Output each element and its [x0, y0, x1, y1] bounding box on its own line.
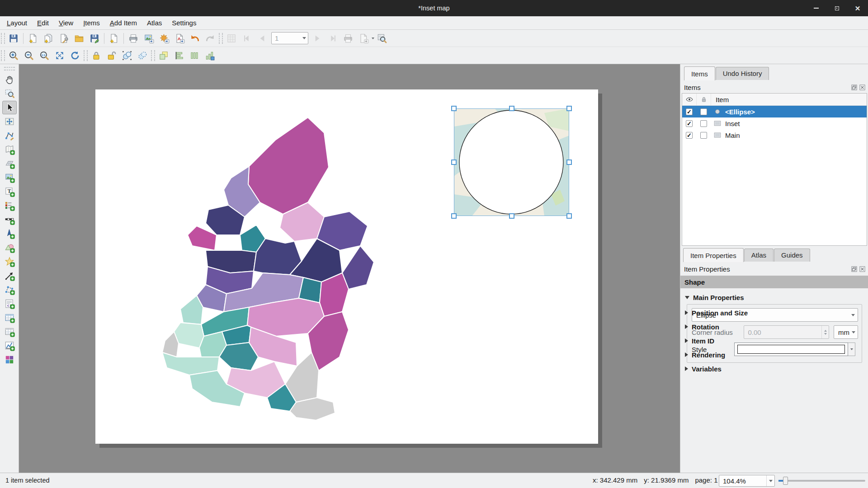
raise-selected-items-button[interactable]	[156, 48, 171, 63]
toolbar-drag-handle[interactable]	[4, 67, 15, 70]
section-rendering[interactable]: Rendering	[685, 349, 866, 361]
undo-button[interactable]	[187, 31, 203, 46]
zoom-level-combo[interactable]: 104.4%	[719, 475, 775, 487]
group-items-button[interactable]	[119, 48, 135, 63]
add-node-item-tool[interactable]	[2, 283, 17, 296]
add-html-tool[interactable]	[2, 297, 17, 310]
export-as-pdf-button[interactable]: A	[172, 31, 187, 46]
add-label-tool[interactable]: T	[2, 185, 17, 198]
export-as-image-button[interactable]	[141, 31, 156, 46]
add-north-arrow-tool[interactable]	[2, 227, 17, 240]
print-atlas-button[interactable]	[340, 31, 356, 46]
section-variables[interactable]: Variables	[685, 363, 866, 375]
resize-handle[interactable]	[451, 106, 457, 111]
save-project-button[interactable]	[6, 31, 21, 46]
zoom-in-button[interactable]	[6, 48, 21, 63]
main-properties-collapser[interactable]: Main Properties	[685, 291, 866, 303]
toolbar-drag-handle[interactable]	[84, 50, 88, 61]
item-row-main[interactable]: ✓Main	[682, 129, 867, 141]
lock-selected-items-button[interactable]	[89, 48, 104, 63]
atlas-previous-feature-button[interactable]	[255, 31, 270, 46]
refresh-view-button[interactable]	[67, 48, 83, 63]
tab-atlas[interactable]: Atlas	[744, 249, 774, 262]
resize-handle[interactable]	[451, 160, 457, 165]
tab-items[interactable]: Items	[684, 66, 715, 80]
add-shape-tool[interactable]	[2, 241, 17, 254]
resize-handle[interactable]	[566, 106, 572, 111]
resize-handle[interactable]	[566, 213, 572, 219]
export-as-svg-button[interactable]	[156, 31, 172, 46]
add-arrow-tool[interactable]	[2, 269, 17, 282]
lock-checkbox[interactable]	[700, 132, 707, 139]
ungroup-items-button[interactable]	[135, 48, 150, 63]
menu-edit[interactable]: Edit	[32, 18, 54, 28]
add-attribute-table-tool[interactable]	[2, 311, 17, 324]
minimize-button[interactable]	[806, 0, 826, 16]
close-panel-button[interactable]	[859, 266, 866, 272]
lock-checkbox[interactable]	[700, 120, 707, 127]
menu-items[interactable]: Items	[78, 18, 105, 28]
add-scalebar-tool[interactable]	[2, 213, 17, 226]
align-selected-items-button[interactable]	[171, 48, 187, 63]
select-move-item-tool[interactable]	[2, 101, 17, 114]
resize-handle[interactable]	[451, 213, 457, 219]
pan-layout-tool[interactable]	[2, 73, 17, 86]
section-position-and-size[interactable]: Position and Size	[685, 307, 866, 319]
new-layout-button[interactable]	[25, 31, 41, 46]
visibility-checkbox[interactable]: ✓	[686, 120, 693, 127]
add-marker-tool[interactable]	[2, 255, 17, 268]
menu-settings[interactable]: Settings	[167, 18, 201, 28]
resize-handle[interactable]	[566, 160, 572, 165]
add-legend-tool[interactable]	[2, 199, 17, 212]
zoom-slider-handle[interactable]	[783, 477, 788, 485]
menu-atlas[interactable]: Atlas	[142, 18, 167, 28]
zoom-out-button[interactable]	[21, 48, 37, 63]
atlas-last-feature-button[interactable]	[325, 31, 340, 46]
menu-add-item[interactable]: Add Item	[105, 18, 142, 28]
edit-nodes-item-tool[interactable]	[2, 129, 17, 142]
zoom-tool[interactable]	[2, 87, 17, 100]
move-item-content-tool[interactable]	[2, 115, 17, 128]
tab-guides[interactable]: Guides	[774, 249, 810, 262]
add-color-grid-tool[interactable]	[2, 353, 17, 366]
menu-view[interactable]: View	[54, 18, 78, 28]
maximize-button[interactable]	[826, 0, 847, 16]
atlas-next-feature-button[interactable]	[310, 31, 325, 46]
export-atlas-button[interactable]	[356, 31, 371, 46]
add-fixed-table-tool[interactable]	[2, 325, 17, 338]
unlock-all-items-button[interactable]	[104, 48, 119, 63]
visibility-checkbox[interactable]: ✓	[686, 108, 693, 115]
toolbar-drag-handle[interactable]	[1, 50, 5, 61]
item-row-ellipse[interactable]: ✓<Ellipse>	[682, 106, 867, 117]
close-button[interactable]: ✕	[847, 0, 868, 16]
toolbar-drag-handle[interactable]	[1, 33, 5, 44]
inset-map-ellipse-item[interactable]	[454, 108, 569, 216]
zoom-slider[interactable]	[778, 480, 865, 482]
toolbar-drag-handle[interactable]	[219, 33, 223, 44]
toolbar-drag-handle[interactable]	[151, 50, 155, 61]
menu-layout[interactable]: Layout	[2, 18, 32, 28]
duplicate-layout-button[interactable]	[41, 31, 56, 46]
load-from-template-button[interactable]	[71, 31, 87, 46]
resize-handle[interactable]	[509, 213, 514, 219]
zoom-to-atlas-feature-button[interactable]	[374, 31, 390, 46]
redo-button[interactable]	[203, 31, 218, 46]
add-pages-button[interactable]	[106, 31, 122, 46]
section-rotation[interactable]: Rotation	[685, 321, 866, 333]
float-panel-button[interactable]	[851, 84, 858, 91]
add-picture-tool[interactable]	[2, 171, 17, 184]
zoom-actual-size-button[interactable]: 1:1	[37, 48, 52, 63]
print-layout-button[interactable]	[126, 31, 141, 46]
layout-page[interactable]	[95, 89, 598, 444]
add-elevation-profile-tool[interactable]	[2, 339, 17, 352]
layout-manager-button[interactable]	[56, 31, 71, 46]
visibility-checkbox[interactable]: ✓	[686, 132, 693, 139]
item-row-inset[interactable]: ✓Inset	[682, 117, 867, 129]
float-panel-button[interactable]	[851, 266, 858, 272]
preview-atlas-button[interactable]	[224, 31, 239, 46]
tab-undo-history[interactable]: Undo History	[716, 67, 769, 80]
atlas-first-feature-button[interactable]	[239, 31, 255, 46]
resize-handle[interactable]	[509, 106, 514, 111]
layout-canvas[interactable]	[19, 64, 680, 473]
section-item-id[interactable]: Item ID	[685, 335, 866, 347]
